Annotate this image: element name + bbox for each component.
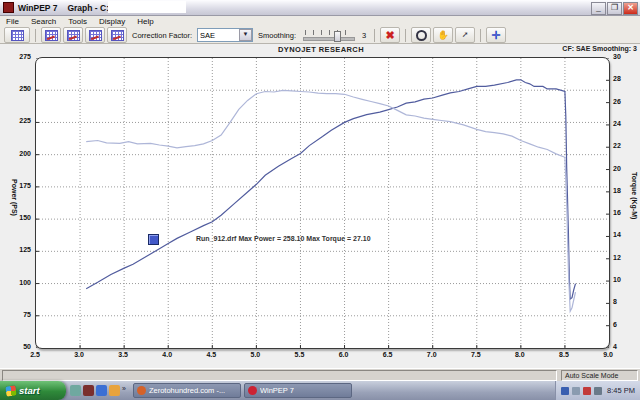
magnifier-icon: [416, 30, 427, 41]
system-tray: 8:45 PM: [555, 381, 640, 400]
right-axis-tick-label: 22: [613, 142, 621, 149]
ie-icon[interactable]: [96, 385, 107, 396]
scale-mode-status: Auto Scale Mode: [561, 370, 638, 381]
screen: WinPEP 7 Graph - C:\DynoRuns\ _ ❐ ✕ File…: [0, 0, 640, 400]
left-axis-tick-label: 225: [4, 117, 31, 124]
minimize-button[interactable]: _: [591, 2, 606, 15]
left-axis-tick-label: 125: [4, 246, 31, 253]
alert-tray-icon[interactable]: [583, 387, 591, 395]
x-axis-tick-label: 7.0: [420, 351, 444, 358]
x-axis-tick-label: 9.0: [596, 351, 620, 358]
x-axis-tick-label: 3.0: [67, 351, 91, 358]
display-tray-icon[interactable]: [561, 387, 569, 395]
start-button[interactable]: start: [0, 381, 66, 400]
left-axis-title: Power (PS): [11, 179, 18, 216]
x-axis-tick-label: 2.5: [23, 351, 47, 358]
x-axis-tick-label: 4.0: [155, 351, 179, 358]
redaction-overlay: [108, 1, 186, 13]
right-axis-tick-label: 12: [613, 254, 621, 261]
chart-title: DYNOJET RESEARCH: [221, 45, 421, 54]
taskbar: start » Zerotohundred.com -...WinPEP 7 8…: [0, 381, 640, 400]
taskbar-clock: 8:45 PM: [607, 386, 635, 395]
close-button[interactable]: ✕: [623, 2, 638, 15]
power-curve: [86, 80, 575, 299]
taskbar-button-zerotohundred-com-[interactable]: Zerotohundred.com -...: [133, 383, 241, 398]
messenger-icon[interactable]: [70, 385, 81, 396]
graph-type-3-button[interactable]: [107, 27, 127, 43]
right-axis-tick-label: 16: [613, 209, 621, 216]
left-axis-tick-label: 75: [4, 311, 31, 318]
title-bar: WinPEP 7 Graph - C:\DynoRuns\ _ ❐ ✕: [0, 0, 640, 16]
left-axis-tick-label: 100: [4, 279, 31, 286]
smoothing-slider[interactable]: [303, 30, 355, 40]
torque-curve: [86, 90, 575, 311]
app-icon: [3, 2, 14, 13]
graph-type-2-button[interactable]: [85, 27, 105, 43]
status-bar: Auto Scale Mode: [0, 368, 640, 382]
chevron-down-icon[interactable]: ▼: [239, 29, 252, 41]
x-axis-tick-label: 8.0: [508, 351, 532, 358]
media-icon[interactable]: [83, 385, 94, 396]
right-axis-tick-label: 30: [613, 53, 621, 60]
windows-flag-icon: [5, 385, 16, 396]
left-axis-tick-label: 50: [4, 343, 31, 350]
task-label: WinPEP 7: [260, 386, 294, 395]
status-message-area: [2, 370, 557, 381]
slider-handle[interactable]: [334, 31, 341, 42]
menu-display[interactable]: Display: [93, 17, 131, 26]
hand-icon: ✋: [438, 30, 449, 40]
winpep-icon: [248, 386, 257, 395]
grid-icon: [11, 30, 24, 41]
correction-factor-value: SAE: [200, 31, 215, 40]
menu-file[interactable]: File: [0, 17, 25, 26]
pan-button[interactable]: ✋: [433, 27, 453, 43]
left-axis-tick-label: 250: [4, 85, 31, 92]
red-x-icon: ✖: [386, 30, 395, 41]
chart-cf-smoothing: CF: SAE Smoothing: 3: [562, 45, 637, 52]
left-axis-tick-label: 275: [4, 53, 31, 60]
right-axis-tick-label: 20: [613, 165, 621, 172]
plot-area[interactable]: Run_912.drf Max Power = 258.10 Max Torqu…: [35, 57, 610, 349]
pointer-icon: ➚: [462, 30, 469, 40]
menu-help[interactable]: Help: [131, 17, 159, 26]
make-graph-button[interactable]: [41, 27, 61, 43]
graph-display-button[interactable]: [4, 27, 30, 43]
x-axis-tick-label: 3.5: [111, 351, 135, 358]
correction-factor-select[interactable]: SAE ▼: [197, 28, 253, 42]
zoom-button[interactable]: [411, 27, 431, 43]
toolbar: Correction Factor: SAE ▼ Smoothing: 3 ✖ …: [0, 27, 640, 44]
menu-tools[interactable]: Tools: [62, 17, 93, 26]
x-axis-tick-label: 8.5: [552, 351, 576, 358]
firefox-icon: [137, 386, 146, 395]
volume-tray-icon[interactable]: [594, 387, 602, 395]
start-label: start: [19, 385, 40, 396]
correction-factor-label: Correction Factor:: [132, 31, 192, 40]
smoothing-value: 3: [362, 31, 366, 40]
chart-panel: DYNOJET RESEARCH CF: SAE Smoothing: 3 Ru…: [0, 44, 640, 368]
x-axis-tick-label: 5.5: [287, 351, 311, 358]
right-axis-tick-label: 28: [613, 75, 621, 82]
restore-button[interactable]: ❐: [607, 2, 622, 15]
right-axis-tick-label: 26: [613, 98, 621, 105]
right-axis-title: Torque (Kg-M): [631, 172, 638, 219]
graph-type-1-button[interactable]: [63, 27, 83, 43]
left-axis-tick-label: 200: [4, 150, 31, 157]
mail-icon[interactable]: [109, 385, 120, 396]
network-tray-icon[interactable]: [572, 387, 580, 395]
app-title: WinPEP 7: [18, 3, 57, 13]
move-cross-icon: ✛: [492, 30, 501, 41]
smoothing-label: Smoothing:: [258, 31, 296, 40]
delete-run-button[interactable]: ✖: [380, 27, 400, 43]
right-axis-tick-label: 24: [613, 120, 621, 127]
quick-launch-overflow-chevron[interactable]: »: [122, 385, 126, 392]
move-axes-button[interactable]: ✛: [486, 27, 506, 43]
quick-launch-bar: »: [66, 385, 130, 396]
slider-ticks: [305, 30, 353, 35]
run-annotation: Run_912.drf Max Power = 258.10 Max Torqu…: [196, 235, 371, 242]
run-legend-marker[interactable]: [148, 234, 159, 245]
right-axis-tick-label: 6: [613, 321, 617, 328]
select-button[interactable]: ➚: [455, 27, 475, 43]
taskbar-button-winpep-7[interactable]: WinPEP 7: [244, 383, 352, 398]
menu-search[interactable]: Search: [25, 17, 62, 26]
x-axis-tick-label: 7.5: [464, 351, 488, 358]
